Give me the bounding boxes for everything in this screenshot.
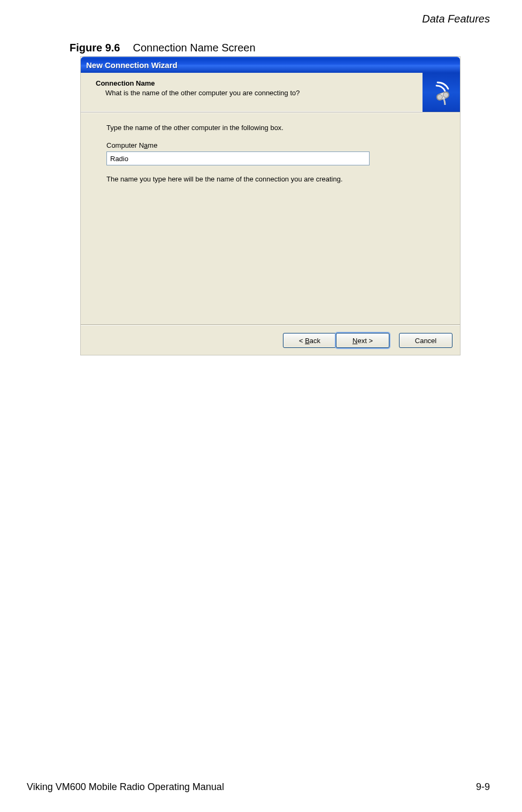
instruction-text: Type the name of the other computer in t…	[106, 124, 434, 132]
wizard-header-subtitle: What is the name of the other computer y…	[96, 89, 300, 97]
computer-name-input[interactable]	[106, 151, 370, 165]
figure-caption: Figure 9.6Connection Name Screen	[70, 42, 256, 54]
wizard-window: New Connection Wizard Connection Name Wh…	[81, 57, 460, 355]
wizard-body: Type the name of the other computer in t…	[81, 113, 460, 325]
note-text: The name you type here will be the name …	[106, 175, 434, 183]
phone-icon	[423, 73, 460, 112]
figure-title: Connection Name Screen	[133, 42, 255, 54]
page-header: Data Features	[422, 13, 490, 25]
wizard-footer: < Back Next > Cancel	[81, 325, 460, 355]
window-titlebar: New Connection Wizard	[81, 57, 460, 73]
footer-page-number: 9-9	[476, 781, 490, 793]
footer-manual-title: Viking VM600 Mobile Radio Operating Manu…	[27, 781, 224, 793]
wizard-header-title: Connection Name	[96, 79, 300, 87]
computer-name-label: Computer Name	[106, 141, 434, 149]
figure-number: Figure 9.6	[70, 42, 120, 54]
wizard-header: Connection Name What is the name of the …	[81, 73, 460, 112]
back-button[interactable]: < Back	[283, 333, 336, 348]
cancel-button[interactable]: Cancel	[399, 333, 452, 348]
window-title: New Connection Wizard	[86, 60, 178, 70]
next-button[interactable]: Next >	[336, 333, 389, 348]
